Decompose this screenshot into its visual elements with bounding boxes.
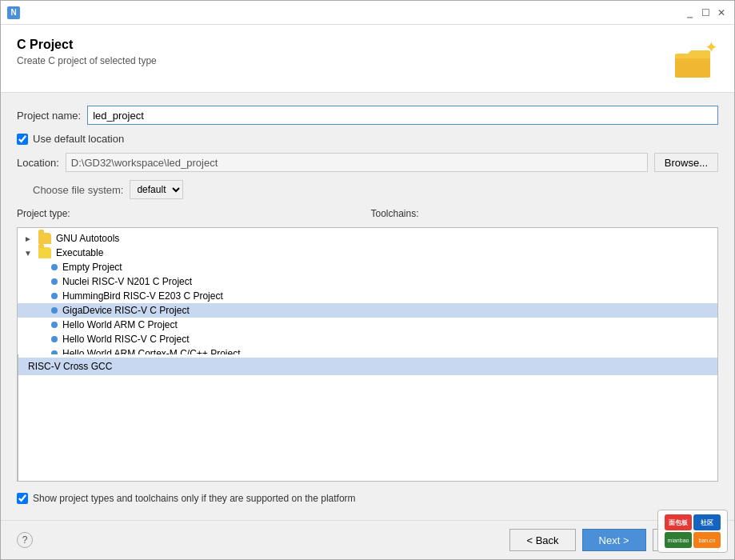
expand-spacer-empty xyxy=(37,263,46,272)
use-default-location-checkbox[interactable] xyxy=(17,134,28,145)
expand-spacer-hello-arm xyxy=(37,321,46,330)
default-location-row: Use default location xyxy=(17,133,718,145)
platform-filter-label: Show project types and toolchains only i… xyxy=(33,493,356,504)
expand-spacer-hello-riscv xyxy=(37,335,46,344)
toolchain-label-risc-v-cross-gcc: RISC-V Cross GCC xyxy=(28,361,112,372)
location-input[interactable] xyxy=(66,153,648,172)
dialog-footer: ? < Back Next > Cancel Finish xyxy=(1,520,734,559)
tree-label-nuclei-riscv: Nuclei RISC-V N201 C Project xyxy=(62,276,192,287)
back-button[interactable]: < Back xyxy=(509,529,575,551)
dialog-title: C Project xyxy=(17,38,157,52)
toolchains-panel: RISC-V Cross GCC xyxy=(18,354,717,481)
watermark-cell-4: ban.cn xyxy=(693,532,721,548)
split-panel: ► GNU Autotools ▼ Executable xyxy=(17,227,718,482)
window-controls: ⎯ ☐ ✕ xyxy=(683,6,728,19)
tree-label-hello-riscv: Hello World RISC-V C Project xyxy=(62,334,189,345)
dialog-header: C Project Create C project of selected t… xyxy=(1,25,734,93)
dot-icon-empty-project xyxy=(51,264,58,270)
tree-label-gigadevice: GigaDevice RISC-V C Project xyxy=(62,305,190,316)
expand-spacer-nuclei xyxy=(37,278,46,286)
project-type-label: Project type: xyxy=(17,208,70,219)
tree-item-hummingbird[interactable]: HummingBird RISC-V E203 C Project xyxy=(18,289,717,303)
expand-icon-gnu-autotools: ► xyxy=(24,234,34,243)
dot-icon-gigadevice xyxy=(51,307,58,314)
expand-icon-executable: ▼ xyxy=(24,249,34,258)
watermark-cell-2: 社区 xyxy=(693,514,721,530)
filesystem-select[interactable]: default xyxy=(130,180,183,199)
toolchain-item-risc-v-cross-gcc[interactable]: RISC-V Cross GCC xyxy=(18,358,717,375)
title-bar: N ⎯ ☐ ✕ xyxy=(1,1,734,25)
tree-item-hello-arm[interactable]: Hello World ARM C Project xyxy=(18,318,717,332)
minimize-button[interactable]: ⎯ xyxy=(683,6,696,19)
tree-label-hello-arm: Hello World ARM C Project xyxy=(62,319,178,330)
project-name-row: Project name: xyxy=(17,106,718,125)
tree-label-hummingbird: HummingBird RISC-V E203 C Project xyxy=(62,290,223,302)
project-type-panel: ► GNU Autotools ▼ Executable xyxy=(18,228,717,354)
tree-item-empty-project[interactable]: Empty Project xyxy=(18,260,717,274)
watermark: 面包板 社区 mianbao ban.cn xyxy=(657,510,728,553)
project-name-label: Project name: xyxy=(17,110,81,122)
next-button[interactable]: Next > xyxy=(582,529,646,551)
close-button[interactable]: ✕ xyxy=(715,6,728,19)
expand-spacer-gigadevice xyxy=(37,306,46,315)
maximize-button[interactable]: ☐ xyxy=(699,6,712,19)
filesystem-label: Choose file system: xyxy=(33,184,123,196)
tree-item-hello-riscv[interactable]: Hello World RISC-V C Project xyxy=(18,332,717,346)
tree-item-gigadevice[interactable]: GigaDevice RISC-V C Project xyxy=(18,303,717,318)
folder-icon-executable xyxy=(38,247,51,258)
footer-left: ? xyxy=(17,532,33,548)
dialog-icon: ✦ xyxy=(673,38,718,82)
watermark-cell-1: 面包板 xyxy=(665,514,692,530)
browse-button[interactable]: Browse... xyxy=(654,153,718,172)
tree-item-gnu-autotools[interactable]: ► GNU Autotools xyxy=(18,231,717,246)
platform-filter-checkbox[interactable] xyxy=(17,493,28,504)
dot-icon-hummingbird xyxy=(51,293,58,299)
filesystem-row: Choose file system: default xyxy=(17,180,718,199)
dialog-body: Project name: Use default location Locat… xyxy=(1,93,734,520)
project-name-input[interactable] xyxy=(87,106,718,125)
tree-item-nuclei-riscv[interactable]: Nuclei RISC-V N201 C Project xyxy=(18,274,717,289)
tree-label-executable: Executable xyxy=(56,247,103,258)
dot-icon-nuclei-riscv xyxy=(51,278,58,285)
dialog-subtitle: Create C project of selected type xyxy=(17,55,157,66)
tree-label-empty-project: Empty Project xyxy=(62,262,122,273)
project-type-tree: ► GNU Autotools ▼ Executable xyxy=(18,228,717,354)
app-icon: N xyxy=(7,6,20,19)
watermark-cell-3: mianbao xyxy=(665,532,692,548)
location-row: Location: Browse... xyxy=(17,153,718,172)
help-button[interactable]: ? xyxy=(17,532,33,548)
location-label: Location: xyxy=(17,157,59,169)
dot-icon-hello-arm xyxy=(51,322,58,328)
bottom-checkbox-row: Show project types and toolchains only i… xyxy=(17,490,718,507)
toolchain-list: RISC-V Cross GCC xyxy=(18,354,717,481)
use-default-location-label: Use default location xyxy=(33,133,124,145)
expand-spacer-hummingbird xyxy=(37,292,46,301)
tree-label-hello-arm-cortexm: Hello World ARM Cortex-M C/C++ Project xyxy=(62,348,241,354)
tree-label-gnu-autotools: GNU Autotools xyxy=(56,233,119,244)
tree-item-executable[interactable]: ▼ Executable xyxy=(18,246,717,260)
folder-icon-gnu-autotools xyxy=(38,233,51,244)
dialog-content: C Project Create C project of selected t… xyxy=(1,25,734,559)
toolchains-label: Toolchains: xyxy=(371,208,419,219)
dot-icon-hello-riscv xyxy=(51,336,58,342)
tree-item-hello-arm-cortexm[interactable]: Hello World ARM Cortex-M C/C++ Project xyxy=(18,346,717,354)
